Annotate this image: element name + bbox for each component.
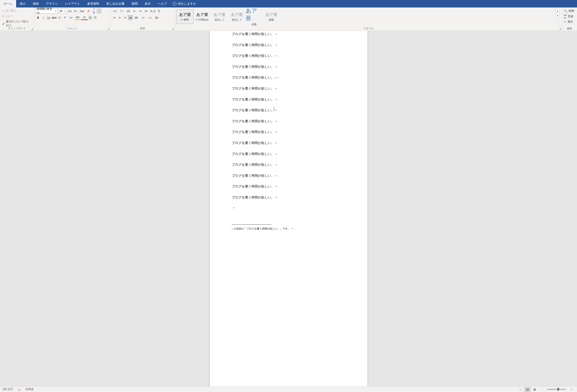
underline-button[interactable]: U▾ [46,15,51,20]
text-effects-button[interactable]: A▾ [68,15,74,20]
page[interactable]: ブログを書く時間が欲しい。↵ブログを書く時間が欲しい。↵ブログを書く時間が欲しい… [210,31,367,386]
shading-button[interactable]: ◇▾ [147,15,153,20]
decrease-indent-button[interactable]: ⇤ [132,8,137,14]
style-item[interactable]: あア亜表題 [245,9,263,24]
document-line[interactable]: ↵ [232,203,345,213]
tab-view[interactable]: 表示 [141,0,154,7]
proofing-icon[interactable]: 📖 [18,388,21,391]
document-line[interactable]: ブログを書く時間が欲しい。↵ [232,61,345,72]
tab-home[interactable]: ホーム [0,0,16,7]
font-color-button[interactable]: A▾ [81,15,88,20]
word-count[interactable]: 230 文字 [2,387,13,391]
tell-me-search[interactable]: 何をしますか [173,2,196,6]
highlight-button[interactable]: ab▾ [74,15,81,20]
tab-mailings[interactable]: 差し込み文書 [103,0,128,7]
paragraph-launcher[interactable]: ◢ [171,27,174,30]
line-spacing-button[interactable]: ‡▾ [140,15,146,20]
read-mode-button[interactable]: ▭ [517,387,524,392]
document-line[interactable]: ブログを書く時間が欲しい。↵ [232,39,345,50]
tab-layout[interactable]: レイアウト [62,0,84,7]
style-item[interactable]: あア亜見出し 2 [228,9,245,24]
cut-button[interactable]: 切り取り [1,8,33,13]
document-line[interactable]: ブログを書く時間が欲しい。↵ [232,192,345,203]
borders-button[interactable]: ⊞▾ [153,15,160,20]
status-bar: 230 文字 📖 日本語 ▭ ▤ ▦ − + [0,386,577,392]
find-button[interactable]: 🔍検索 [564,8,575,13]
align-center-button[interactable]: ≡ [117,15,122,20]
line-text: ブログを書く時間が欲しい。 [232,85,274,92]
tab-help[interactable]: ヘルプ [154,0,170,7]
clear-format-button[interactable]: A̸ [86,8,91,14]
char-border-button[interactable]: A [97,9,101,13]
change-case-button[interactable]: Aa▾ [79,8,85,14]
justify-button[interactable]: ≣ [128,15,133,20]
italic-button[interactable]: I [41,15,46,20]
clipboard-launcher[interactable]: ◢ [31,27,34,30]
document-line[interactable]: ブログを書く時間が欲しい。↵ [232,148,345,159]
document-line[interactable]: ブログを書く時間が欲しい。↵ [232,94,345,105]
document-line[interactable]: ブログを書く時間が欲しい。↵ [232,105,345,116]
line-text: ブログを書く時間が欲しい。 [232,107,274,113]
font-launcher[interactable]: ◢ [107,27,109,30]
zoom-thumb[interactable] [557,388,559,391]
subscript-button[interactable]: X₂ [57,15,62,20]
document-line[interactable]: ブログを書く時間が欲しい。↵ [232,83,345,94]
document-line[interactable]: ブログを書く時間が欲しい。↵ [232,159,345,170]
tab-review[interactable]: 校閲 [128,0,141,7]
style-item[interactable]: あア亜見出し 1 [211,9,228,24]
language-status[interactable]: 日本語 [25,387,34,391]
zoom-in-button[interactable]: + [568,387,575,392]
styles-scroll-up[interactable]: ▲ [556,9,559,13]
font-size-combo[interactable]: 14▼ [58,8,67,14]
document-line[interactable]: ブログを書く時間が欲しい。↵ [232,116,345,127]
document-line[interactable]: ブログを書く時間が欲しい。↵ [232,181,345,192]
bold-button[interactable]: B [36,15,41,20]
multilevel-button[interactable]: ⊟▾ [125,8,132,14]
tab-design[interactable]: デザイン [42,0,62,7]
style-item[interactable]: あア亜副題 [263,9,280,24]
bullets-button[interactable]: ≔▾ [112,8,118,14]
style-item[interactable]: あア亜↵ 標準 [176,9,193,24]
strike-button[interactable]: abc [52,15,57,20]
document-line[interactable]: ブログを書く時間が欲しい。↵ [232,126,345,138]
zoom-slider[interactable] [547,389,566,390]
grow-font-button[interactable]: A▲ [68,8,73,14]
font-name-combo[interactable]: 游明朝 (本文の▼ [36,8,58,14]
style-preview: あア亜 [246,7,262,22]
tab-draw[interactable]: 描画 [29,0,42,7]
document-line[interactable]: ブログを書く時間が欲しい。↵ [232,50,345,61]
document-line[interactable]: ブログを書く時間が欲しい。↵ [232,170,345,181]
numbering-button[interactable]: ⒈▾ [118,8,125,14]
align-right-button[interactable]: ≡ [122,15,128,20]
footnote-line[interactable]: 1５回目の「ブログを書く時間が欲しい。」です。↵ [232,225,345,233]
styles-expand[interactable]: ▾ [556,18,559,23]
document-area[interactable]: ブログを書く時間が欲しい。↵ブログを書く時間が欲しい。↵ブログを書く時間が欲しい… [0,31,577,386]
select-button[interactable]: ↖選択 [564,19,575,24]
styles-scroll-down[interactable]: ▼ [556,13,559,18]
document-line[interactable]: ブログを書く時間が欲しい。↵ [232,138,345,148]
print-layout-button[interactable]: ▤ [524,387,531,392]
style-item[interactable]: あア亜↵ 行間詰め [193,9,211,24]
superscript-button[interactable]: X² [62,15,68,20]
asian-layout-button[interactable]: ✕▾ [143,8,149,14]
style-preview: あア亜 [265,12,277,17]
document-line[interactable]: ブログを書く時間が欲しい。↵ [232,31,345,39]
shrink-font-button[interactable]: A▼ [73,8,78,14]
tab-insert[interactable]: 挿入 [16,0,29,7]
copy-button[interactable]: コピー [1,14,33,19]
sort-button[interactable]: A↓Z [149,8,156,14]
web-layout-button[interactable]: ▦ [531,387,538,392]
show-marks-button[interactable]: ¶ [156,8,161,14]
align-left-button[interactable]: ≡ [112,15,117,20]
footnote-reference[interactable]: 1 [275,76,276,80]
replace-button[interactable]: abac置換 [564,13,575,19]
enclose-char-button[interactable]: ㊞ [93,15,98,20]
document-line[interactable]: ブログを書く時間が欲しい。1↵ [232,72,345,83]
distributed-button[interactable]: ⊞▾ [133,15,140,20]
styles-launcher[interactable]: ◢ [559,27,561,30]
char-shading-button[interactable]: A [88,15,92,20]
increase-indent-button[interactable]: ⇥ [137,8,143,14]
zoom-out-button[interactable]: − [538,387,545,392]
phonetic-guide-button[interactable]: ア亜 [91,8,97,14]
tab-references[interactable]: 参考資料 [84,0,103,7]
